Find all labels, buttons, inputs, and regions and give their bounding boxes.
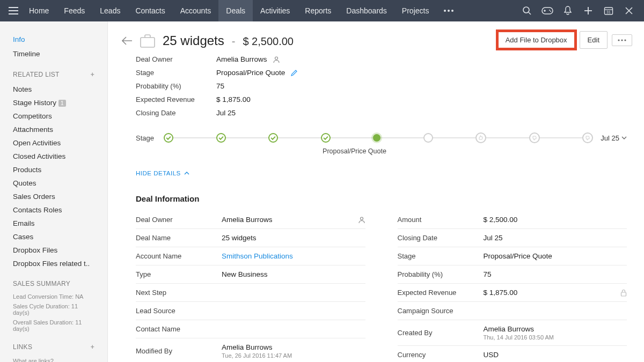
svg-point-3 — [523, 7, 529, 13]
stage-dot-6[interactable] — [423, 133, 433, 143]
add-related-icon[interactable]: + — [91, 71, 94, 78]
stage-dot-won[interactable] — [475, 132, 486, 143]
tools-icon[interactable] — [623, 4, 635, 17]
edit-icon[interactable] — [290, 69, 298, 77]
svg-rect-15 — [141, 38, 155, 47]
sidebar-info[interactable]: Info — [13, 32, 94, 47]
nav-contacts[interactable]: Contacts — [128, 0, 172, 21]
info-label: Expected Revenue — [398, 289, 484, 297]
svg-line-4 — [529, 12, 531, 14]
info-value: $ 2,500.00 — [484, 216, 627, 224]
info-value: USD — [484, 351, 627, 359]
svg-rect-21 — [621, 292, 626, 296]
nav-deals[interactable]: Deals — [218, 0, 253, 21]
summary-label: Stage — [136, 69, 216, 77]
summary-value: Amelia Burrows — [216, 55, 280, 63]
plus-icon[interactable] — [582, 4, 595, 17]
info-value: 25 widgets — [222, 234, 365, 242]
account-link[interactable]: Smithson Publications — [222, 252, 293, 260]
edit-button[interactable]: Edit — [580, 31, 608, 49]
lock-icon — [620, 289, 627, 297]
info-value: New Business — [222, 270, 365, 278]
gamepad-icon[interactable] — [541, 4, 554, 17]
hide-details-toggle[interactable]: HIDE DETAILS — [136, 170, 189, 176]
info-label: Currency — [398, 351, 484, 359]
sales-summary-line: Lead Conversion Time: NA — [13, 292, 94, 301]
bell-icon[interactable] — [561, 4, 574, 17]
nav-accounts[interactable]: Accounts — [173, 0, 219, 21]
stage-dot-4[interactable] — [321, 133, 331, 143]
record-title: 25 widgets — [163, 33, 224, 48]
stage-current-label: Proposal/Price Quote — [108, 144, 644, 165]
info-label: Account Name — [136, 252, 222, 260]
svg-point-0 — [444, 10, 446, 12]
svg-point-19 — [275, 57, 277, 60]
info-label: Deal Name — [136, 234, 222, 242]
related-sales-orders[interactable]: Sales Orders — [13, 190, 94, 203]
person-icon[interactable] — [358, 216, 365, 224]
summary-value: $ 1,875.00 — [216, 95, 251, 104]
info-value: Amelia BurrowsThu, 14 Jul 2016 03:50 AM — [484, 325, 627, 341]
svg-point-17 — [621, 39, 623, 41]
nav-activities[interactable]: Activities — [253, 0, 297, 21]
info-label: Lead Source — [136, 307, 222, 315]
links-heading: LINKS — [13, 343, 32, 351]
info-label: Campaign Source — [398, 307, 484, 315]
person-icon[interactable] — [273, 56, 280, 63]
more-actions-button[interactable] — [612, 34, 632, 46]
info-label: Amount — [398, 216, 484, 224]
nav-reports[interactable]: Reports — [297, 0, 339, 21]
summary-value: Jul 25 — [216, 109, 236, 117]
record-amount: $ 2,500.00 — [243, 35, 294, 48]
nav-projects[interactable]: Projects — [394, 0, 437, 21]
related-cases[interactable]: Cases — [13, 230, 94, 243]
related-contacts-roles[interactable]: Contacts Roles — [13, 203, 94, 217]
info-label: Probability (%) — [398, 270, 484, 278]
related-attachments[interactable]: Attachments — [13, 123, 94, 136]
nav-leads[interactable]: Leads — [92, 0, 128, 21]
add-link-icon[interactable]: + — [91, 343, 94, 351]
search-icon[interactable] — [521, 4, 533, 17]
svg-point-2 — [451, 10, 453, 12]
deal-icon — [140, 34, 155, 48]
sales-summary-line: Overall Sales Duration: 11 day(s) — [13, 317, 94, 334]
related-notes[interactable]: Notes — [13, 83, 94, 96]
back-icon[interactable] — [122, 36, 133, 45]
stage-dot-2[interactable] — [216, 133, 226, 143]
related-dropbox-files-related-t-[interactable]: Dropbox Files related t.. — [13, 257, 94, 270]
info-value: 75 — [484, 270, 627, 278]
calendar-icon[interactable]: 31 — [602, 4, 615, 17]
nav-dashboards[interactable]: Dashboards — [339, 0, 394, 21]
nav-home[interactable]: Home — [21, 0, 56, 21]
add-file-dropbox-button[interactable]: Add File to Dropbox — [497, 31, 575, 49]
summary-label: Probability (%) — [136, 82, 216, 90]
summary-value: Proposal/Price Quote — [216, 69, 298, 77]
sidebar: InfoTimeline RELATED LIST+ NotesStage Hi… — [0, 21, 108, 362]
menu-icon[interactable] — [5, 3, 21, 19]
sidebar-timeline[interactable]: Timeline — [13, 47, 94, 61]
stage-dot-1[interactable] — [164, 133, 173, 143]
info-value: Smithson Publications — [222, 252, 365, 260]
related-competitors[interactable]: Competitors — [13, 109, 94, 123]
related-emails[interactable]: Emails — [13, 217, 94, 230]
svg-point-18 — [624, 39, 626, 41]
svg-point-9 — [550, 11, 551, 12]
related-quotes[interactable]: Quotes — [13, 176, 94, 190]
svg-point-16 — [618, 39, 619, 41]
related-closed-activities[interactable]: Closed Activities — [13, 150, 94, 163]
related-stage-history[interactable]: Stage History1 — [13, 96, 94, 109]
top-nav: HomeFeedsLeadsContactsAccountsDealsActiv… — [0, 0, 644, 21]
nav-feeds[interactable]: Feeds — [56, 0, 92, 21]
stage-dot-3[interactable] — [268, 133, 278, 143]
sales-summary-heading: SALES SUMMARY — [13, 280, 70, 287]
main-content: 25 widgets - $ 2,500.00 Add File to Drop… — [108, 21, 644, 362]
stage-closing-date[interactable]: Jul 25 — [601, 134, 627, 142]
related-open-activities[interactable]: Open Activities — [13, 136, 94, 150]
related-products[interactable]: Products — [13, 163, 94, 176]
nav-more-icon[interactable] — [436, 10, 461, 12]
stage-dot-current[interactable] — [373, 134, 380, 142]
stage-dot-lost[interactable] — [529, 132, 540, 143]
stage-dot-lost-2[interactable] — [582, 132, 593, 143]
related-dropbox-files[interactable]: Dropbox Files — [13, 243, 94, 257]
link-item[interactable]: What are links? — [13, 355, 94, 362]
